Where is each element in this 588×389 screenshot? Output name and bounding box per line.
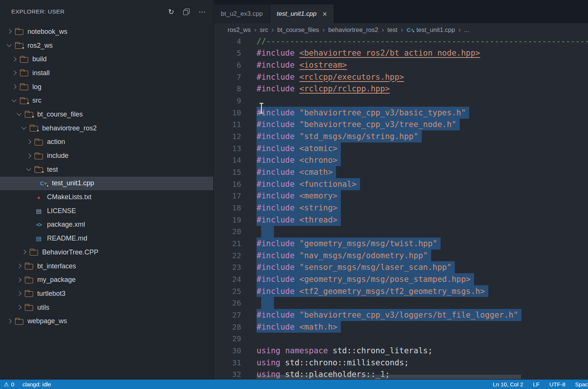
code-line-28[interactable]: 28#include <math.h> [214,321,588,333]
breadcrumb-overflow[interactable]: ... [464,26,469,33]
code-line-11[interactable]: 11#include "behaviortree_cpp_v3/tree_nod… [214,119,588,131]
tab-bt_u2_ex3.cpp[interactable]: bt_u2_ex3.cpp [214,5,270,23]
breadcrumb-item-src[interactable]: src [260,26,268,33]
chevron-right-icon[interactable] [15,277,24,283]
cmake-file-icon: ▲ [34,193,44,201]
breadcrumb-item-test[interactable]: test [387,26,398,33]
chevron-right-icon[interactable] [10,56,19,63]
code-line-7[interactable]: 7#include <rclcpp/executors.hpp> [214,71,588,83]
clangd-status[interactable]: clangd: idle [23,381,51,387]
code-line-6[interactable]: 6#include <iostream> [214,59,588,71]
chevron-right-icon[interactable] [15,304,24,311]
code-line-15[interactable]: 15#include <cmath> [214,166,588,178]
code-line-21[interactable]: 21#include "geometry_msgs/msg/twist.hpp" [214,238,588,250]
line-number: 9 [214,96,241,105]
code-line-5[interactable]: 5#include <behaviortree_ros2/bt_action_n… [214,47,588,59]
code-line-26[interactable]: 26 [214,297,588,309]
tree-item-turtlebot3[interactable]: turtlebot3 [0,287,213,301]
tree-item-behaviortree_ros2[interactable]: behaviortree_ros2 [0,121,213,135]
chevron-right-icon[interactable] [20,249,29,256]
indentation-indicator[interactable]: Spac [575,381,588,387]
tree-item-action[interactable]: action [0,135,213,149]
tree-item-label: BehaviorTree.CPP [42,248,98,256]
chevron-down-icon[interactable] [20,125,29,132]
code-editor[interactable]: 4//-------------------------------------… [214,35,588,380]
tree-item-label: behaviortree_ros2 [42,124,97,132]
code-token: #include [257,61,295,70]
chevron-right-icon[interactable] [10,70,19,76]
code-line-4[interactable]: 4//-------------------------------------… [214,35,588,47]
chevron-right-icon[interactable] [15,263,24,269]
code-line-29[interactable]: 29 [214,333,588,345]
code-line-22[interactable]: 22#include "nav_msgs/msg/odometry.hpp" [214,250,588,262]
tree-item-LICENSE[interactable]: ▤LICENSE [0,204,213,218]
folder-icon [34,165,44,174]
code-line-23[interactable]: 23#include "sensor_msgs/msg/laser_scan.h… [214,261,588,273]
refresh-icon[interactable]: ↻ [168,8,174,15]
tree-item-README.md[interactable]: ▤README.md [0,232,213,245]
warning-icon: ⚠ [4,381,9,388]
chevron-down-icon[interactable] [15,111,24,118]
code-line-12[interactable]: 12#include "std_msgs/msg/string.hpp" [214,130,588,142]
code-line-14[interactable]: 14#include <chrono> [214,154,588,166]
code-line-18[interactable]: 18#include <string> [214,202,588,214]
chevron-right-icon[interactable] [10,83,19,90]
code-line-17[interactable]: 17#include <memory> [214,190,588,202]
tree-item-notebook_ws[interactable]: notebook_ws [0,25,213,39]
close-icon[interactable]: × [322,10,327,18]
folder-icon [24,110,34,118]
chevron-right-icon[interactable] [25,153,34,159]
tree-item-src[interactable]: src [0,94,213,107]
chevron-right-icon[interactable] [25,139,34,145]
code-line-8[interactable]: 8#include <rclcpp/rclcpp.hpp> [214,83,588,95]
code-line-10[interactable]: 10#include "behaviortree_cpp_v3/basic_ty… [214,107,588,119]
tree-item-ros2_ws[interactable]: ros2_ws [0,39,213,53]
tree-item-bt_course_files[interactable]: bt_course_files [0,107,213,121]
code-line-30[interactable]: 30using namespace std::chrono_literals; [214,345,588,357]
breadcrumb-item-file[interactable]: C+test_unit1.cpp [407,26,455,33]
code-line-19[interactable]: 19#include <thread> [214,214,588,226]
tree-item-package.xml[interactable]: <>package.xml [0,218,213,232]
horizontal-scrollbar[interactable] [257,375,521,379]
tree-item-my_package[interactable]: my_package [0,273,213,287]
tab-test_unit1.cpp[interactable]: test_unit1.cpp× [270,5,334,23]
tree-item-label: bt_interfaces [37,262,76,270]
problems-indicator[interactable]: ⚠ 0 [4,381,14,388]
chevron-down-icon[interactable] [5,42,14,49]
code-line-25[interactable]: 25#include <tf2_geometry_msgs/tf2_geomet… [214,285,588,297]
line-content: #include <thread> [257,214,341,226]
chevron-right-icon[interactable] [15,290,24,297]
tree-item-include[interactable]: include [0,149,213,163]
more-actions-icon[interactable]: ⋯ [199,8,206,15]
code-line-13[interactable]: 13#include <atomic> [214,142,588,154]
tree-item-test_unit1.cpp[interactable]: C+test_unit1.cpp [0,177,213,191]
code-line-24[interactable]: 24#include <geometry_msgs/msg/pose_stamp… [214,273,588,285]
chevron-right-icon[interactable] [5,318,14,325]
breadcrumb-item-ros2_ws[interactable]: ros2_ws [228,26,251,33]
chevron-right-icon[interactable] [5,28,14,35]
tree-item-webpage_ws[interactable]: webpage_ws [0,314,213,328]
tree-item-BehaviorTree.CPP[interactable]: BehaviorTree.CPP [0,245,213,259]
code-line-27[interactable]: 27#include "behaviortree_cpp_v3/loggers/… [214,309,588,321]
code-line-16[interactable]: 16#include <functional> [214,178,588,190]
tree-item-install[interactable]: install [0,66,213,80]
cursor-position[interactable]: Ln 10, Col 2 [493,381,523,387]
collapse-folders-icon[interactable] [183,9,190,15]
tree-item-log[interactable]: log [0,80,213,94]
encoding-indicator[interactable]: UTF-8 [549,381,565,387]
breadcrumb-item-bt_course_files[interactable]: bt_course_files [277,26,319,33]
chevron-down-icon[interactable] [10,97,19,104]
code-line-20[interactable]: 20 [214,226,588,238]
tree-item-build[interactable]: build [0,52,213,66]
tree-item-CMakeLists.txt[interactable]: ▲CMakeLists.txt [0,190,213,204]
code-line-31[interactable]: 31using std::chrono::milliseconds; [214,357,588,369]
tree-item-test[interactable]: test [0,163,213,177]
breadcrumb-item-behaviortree_ros2[interactable]: behaviortree_ros2 [328,26,378,33]
tree-item-bt_interfaces[interactable]: bt_interfaces [0,259,213,273]
code-line-9[interactable]: 9 [214,95,588,107]
chevron-down-icon[interactable] [25,166,34,173]
code-token [295,120,299,129]
eol-indicator[interactable]: LF [533,381,540,387]
line-number: 28 [214,322,241,331]
tree-item-utils[interactable]: utils [0,301,213,315]
